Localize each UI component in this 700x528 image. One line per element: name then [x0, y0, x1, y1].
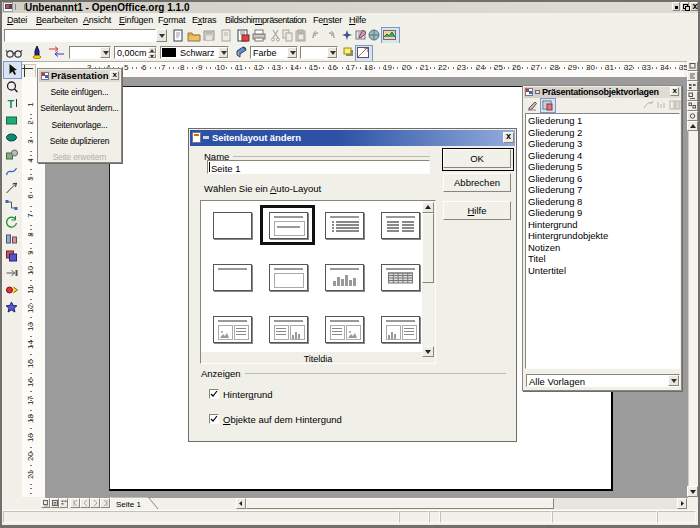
svg-text:T: T [8, 98, 15, 110]
